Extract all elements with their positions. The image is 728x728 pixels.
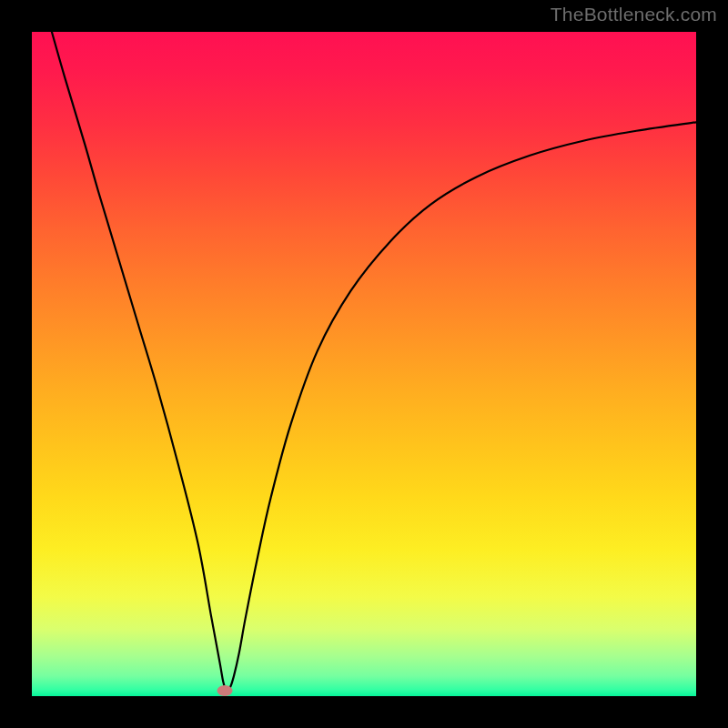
- watermark-text: TheBottleneck.com: [551, 4, 717, 25]
- minimum-marker: [217, 685, 233, 696]
- plot-area: [32, 32, 696, 696]
- curve-svg: [32, 32, 696, 696]
- chart-frame: TheBottleneck.com: [0, 0, 728, 728]
- bottleneck-curve: [52, 32, 696, 692]
